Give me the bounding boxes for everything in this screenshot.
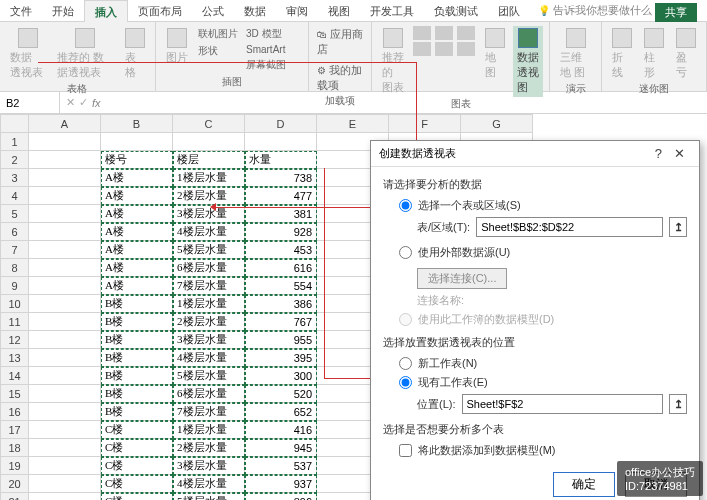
tab-公式[interactable]: 公式 — [192, 0, 234, 22]
cell[interactable] — [29, 151, 101, 169]
row-header[interactable]: 10 — [1, 295, 29, 313]
tell-me[interactable]: 告诉我你想要做什么 — [530, 3, 652, 18]
row-header[interactable]: 16 — [1, 403, 29, 421]
cell[interactable] — [29, 367, 101, 385]
cell[interactable]: A楼 — [101, 169, 173, 187]
cell[interactable]: B楼 — [101, 403, 173, 421]
cell[interactable]: 937 — [245, 475, 317, 493]
col-header[interactable]: D — [245, 115, 317, 133]
sparkline-column-button[interactable]: 柱形 — [640, 26, 668, 82]
cell[interactable]: 5楼层水量 — [173, 241, 245, 259]
cell[interactable]: B楼 — [101, 367, 173, 385]
3d-map-button[interactable]: 三维地 图 — [556, 26, 595, 82]
cell[interactable]: 477 — [245, 187, 317, 205]
collapse-range-icon[interactable]: ↥ — [669, 394, 687, 414]
row-header[interactable]: 18 — [1, 439, 29, 457]
cell[interactable] — [29, 169, 101, 187]
pivot-table-button[interactable]: 数据 透视表 — [6, 26, 49, 82]
col-header[interactable]: E — [317, 115, 389, 133]
online-pictures-button[interactable]: 联机图片 — [196, 26, 240, 42]
table-button[interactable]: 表格 — [121, 26, 149, 82]
table-range-input[interactable] — [476, 217, 663, 237]
cell[interactable]: A楼 — [101, 241, 173, 259]
row-header[interactable]: 6 — [1, 223, 29, 241]
cell[interactable] — [29, 187, 101, 205]
cell[interactable]: 554 — [245, 277, 317, 295]
cell[interactable] — [29, 421, 101, 439]
row-header[interactable]: 14 — [1, 367, 29, 385]
cell[interactable]: 1楼层水量 — [173, 295, 245, 313]
col-header[interactable]: F — [389, 115, 461, 133]
chart-type-icon[interactable] — [435, 42, 453, 56]
chart-type-icon[interactable] — [457, 26, 475, 40]
cell[interactable]: B楼 — [101, 349, 173, 367]
row-header[interactable]: 19 — [1, 457, 29, 475]
tab-审阅[interactable]: 审阅 — [276, 0, 318, 22]
row-header[interactable]: 20 — [1, 475, 29, 493]
sparkline-winloss-button[interactable]: 盈亏 — [672, 26, 700, 82]
select-all-corner[interactable] — [1, 115, 29, 133]
my-addins-button[interactable]: ⚙ 我的加载项 — [315, 62, 365, 94]
cell[interactable]: 928 — [245, 223, 317, 241]
row-header[interactable]: 9 — [1, 277, 29, 295]
cell[interactable]: 767 — [245, 313, 317, 331]
add-to-model-checkbox[interactable] — [399, 444, 412, 457]
cell[interactable]: 738 — [245, 169, 317, 187]
tab-负载测试[interactable]: 负载测试 — [424, 0, 488, 22]
cell[interactable] — [29, 439, 101, 457]
tab-页面布局[interactable]: 页面布局 — [128, 0, 192, 22]
cell[interactable] — [29, 475, 101, 493]
3d-models-button[interactable]: 3D 模型 — [244, 26, 288, 42]
store-button[interactable]: 🛍 应用商店 — [315, 26, 365, 58]
cell[interactable]: A楼 — [101, 205, 173, 223]
cell[interactable]: 4楼层水量 — [173, 475, 245, 493]
row-header[interactable]: 21 — [1, 493, 29, 501]
fx-cancel-icon[interactable]: ✕ — [66, 96, 75, 109]
cell[interactable]: C楼 — [101, 421, 173, 439]
tab-视图[interactable]: 视图 — [318, 0, 360, 22]
cell[interactable]: C楼 — [101, 493, 173, 501]
cell[interactable] — [29, 457, 101, 475]
cell[interactable]: B楼 — [101, 313, 173, 331]
cell[interactable]: 2楼层水量 — [173, 313, 245, 331]
cell[interactable]: C楼 — [101, 475, 173, 493]
cell[interactable]: 416 — [245, 421, 317, 439]
cell[interactable]: 3楼层水量 — [173, 205, 245, 223]
cell[interactable]: 楼层 — [173, 151, 245, 169]
cell[interactable]: A楼 — [101, 223, 173, 241]
cell[interactable]: 4楼层水量 — [173, 349, 245, 367]
cell[interactable]: 水量 — [245, 151, 317, 169]
radio-external-source[interactable] — [399, 246, 412, 259]
smartart-button[interactable]: SmartArt — [244, 43, 288, 56]
cell[interactable] — [29, 385, 101, 403]
tab-开发工具[interactable]: 开发工具 — [360, 0, 424, 22]
cell[interactable]: B楼 — [101, 295, 173, 313]
fx-confirm-icon[interactable]: ✓ — [79, 96, 88, 109]
cell[interactable]: 945 — [245, 439, 317, 457]
pivot-chart-button[interactable]: 数据透视图 — [513, 26, 543, 97]
maps-button[interactable]: 地图 — [481, 26, 509, 82]
row-header[interactable]: 1 — [1, 133, 29, 151]
tab-文件[interactable]: 文件 — [0, 0, 42, 22]
cell[interactable] — [101, 133, 173, 151]
radio-new-sheet[interactable] — [399, 357, 412, 370]
cell[interactable]: 4楼层水量 — [173, 223, 245, 241]
row-header[interactable]: 11 — [1, 313, 29, 331]
pictures-button[interactable]: 图片 — [162, 26, 192, 67]
row-header[interactable]: 13 — [1, 349, 29, 367]
cell[interactable]: 3楼层水量 — [173, 457, 245, 475]
cell[interactable]: B楼 — [101, 331, 173, 349]
row-header[interactable]: 3 — [1, 169, 29, 187]
cell[interactable] — [29, 295, 101, 313]
cell[interactable]: 7楼层水量 — [173, 277, 245, 295]
cell[interactable]: 386 — [245, 295, 317, 313]
sparkline-line-button[interactable]: 折线 — [608, 26, 636, 82]
screenshot-button[interactable]: 屏幕截图 — [244, 57, 288, 73]
cell[interactable]: 6楼层水量 — [173, 385, 245, 403]
radio-existing-sheet[interactable] — [399, 376, 412, 389]
tab-开始[interactable]: 开始 — [42, 0, 84, 22]
cell[interactable]: 3楼层水量 — [173, 331, 245, 349]
tab-团队[interactable]: 团队 — [488, 0, 530, 22]
tab-插入[interactable]: 插入 — [84, 0, 128, 22]
row-header[interactable]: 15 — [1, 385, 29, 403]
